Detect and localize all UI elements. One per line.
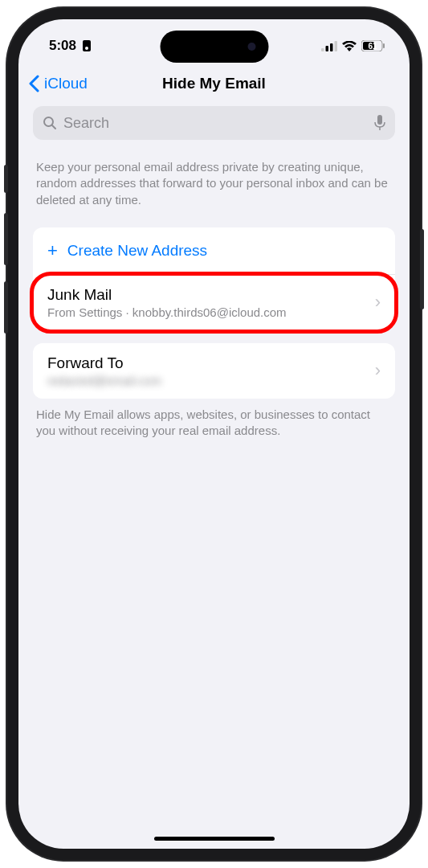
search-input[interactable] <box>63 115 368 132</box>
create-label: Create New Address <box>67 242 207 260</box>
side-button <box>4 165 8 193</box>
svg-rect-12 <box>377 115 382 125</box>
home-indicator[interactable] <box>154 837 275 841</box>
back-label: iCloud <box>44 75 88 92</box>
address-group: + Create New Address Junk Mail From Sett… <box>33 227 395 330</box>
svg-text:61: 61 <box>368 42 377 51</box>
search-bar[interactable] <box>33 106 395 140</box>
battery-icon: 61 <box>361 40 385 51</box>
screen: 5:08 61 iCloud Hide My Email Keep <box>18 19 410 849</box>
row-title: Junk Mail <box>47 286 375 304</box>
svg-rect-4 <box>330 43 333 51</box>
svg-rect-8 <box>383 43 385 48</box>
time-label: 5:08 <box>49 38 76 54</box>
row-content: Junk Mail From Settings · knobby.thirds0… <box>47 286 375 319</box>
row-subtitle-blurred: redacted@email.com <box>47 374 375 387</box>
row-title: Forward To <box>47 354 375 372</box>
svg-rect-3 <box>326 46 329 51</box>
side-button <box>4 213 8 265</box>
chevron-right-icon: › <box>375 360 381 381</box>
card-icon <box>81 39 92 52</box>
svg-point-1 <box>85 47 88 50</box>
svg-rect-5 <box>335 41 338 51</box>
dynamic-island <box>160 31 268 63</box>
chevron-right-icon: › <box>375 292 381 313</box>
footer-description: Hide My Email allows apps, websites, or … <box>18 399 410 440</box>
side-button <box>4 281 8 334</box>
description-text: Keep your personal email address private… <box>18 140 410 215</box>
row-content: Forward To redacted@email.com <box>47 354 375 387</box>
mic-icon[interactable] <box>374 115 385 131</box>
forward-to-row[interactable]: Forward To redacted@email.com › <box>33 343 395 399</box>
plus-icon: + <box>47 240 58 261</box>
svg-line-11 <box>52 125 55 129</box>
back-button[interactable]: iCloud <box>28 75 88 92</box>
phone-frame: 5:08 61 iCloud Hide My Email Keep <box>7 8 421 860</box>
page-title: Hide My Email <box>162 75 266 92</box>
wifi-icon <box>342 41 357 51</box>
address-row-junk-mail[interactable]: Junk Mail From Settings · knobby.thirds0… <box>33 275 395 330</box>
chevron-left-icon <box>28 75 41 92</box>
search-icon <box>43 116 57 130</box>
cellular-icon <box>321 41 337 51</box>
forward-group: Forward To redacted@email.com › <box>33 343 395 399</box>
create-address-button[interactable]: + Create New Address <box>33 227 395 274</box>
status-time: 5:08 <box>49 38 92 54</box>
svg-rect-2 <box>321 48 324 51</box>
row-subtitle: From Settings · knobby.thirds06@icloud.c… <box>47 305 375 319</box>
side-button <box>420 229 424 309</box>
search-container <box>18 103 410 140</box>
nav-bar: iCloud Hide My Email <box>18 64 410 103</box>
status-right: 61 <box>321 40 385 51</box>
